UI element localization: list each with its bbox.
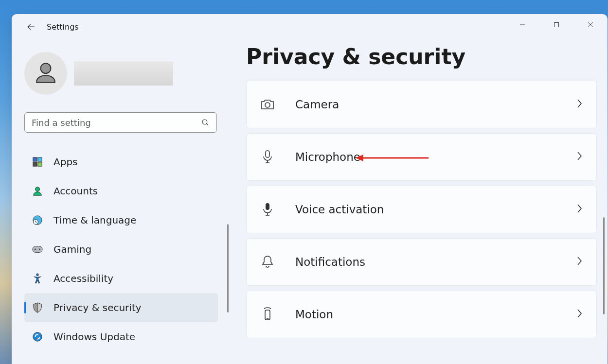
sidebar: Apps Accounts	[12, 39, 235, 364]
card-label: Notifications	[295, 256, 365, 268]
svg-rect-11	[33, 246, 42, 253]
apps-icon	[32, 156, 43, 167]
nav-list: Apps Accounts	[24, 147, 223, 351]
voice-mic-icon	[260, 202, 275, 217]
update-icon	[32, 331, 43, 342]
sidebar-item-time-language[interactable]: Time & language	[24, 206, 218, 235]
svg-rect-5	[38, 157, 42, 161]
svg-rect-17	[266, 151, 269, 157]
svg-point-8	[35, 187, 39, 191]
gamepad-icon	[32, 244, 43, 255]
sidebar-item-apps[interactable]: Apps	[24, 147, 218, 176]
motion-icon	[260, 307, 275, 322]
main-scrollbar[interactable]	[603, 217, 605, 314]
account-name-redacted	[74, 61, 173, 86]
search-icon	[201, 118, 210, 127]
card-label: Camera	[295, 98, 339, 111]
svg-point-13	[39, 249, 40, 250]
svg-point-12	[35, 249, 36, 250]
svg-rect-7	[38, 162, 42, 166]
sidebar-item-accounts[interactable]: Accounts	[24, 176, 218, 206]
shield-icon	[32, 302, 43, 313]
sidebar-item-label: Accounts	[54, 185, 98, 197]
sidebar-item-gaming[interactable]: Gaming	[24, 235, 218, 264]
chevron-right-icon	[576, 308, 583, 321]
sidebar-item-label: Privacy & security	[54, 302, 142, 313]
search-input[interactable]	[32, 118, 201, 128]
sidebar-item-label: Time & language	[54, 214, 136, 226]
avatar	[24, 52, 67, 95]
bell-icon	[260, 255, 275, 269]
card-microphone[interactable]: Microphone	[246, 133, 597, 181]
svg-rect-19	[266, 203, 269, 210]
figure-icon	[32, 273, 43, 284]
sidebar-item-label: Accessibility	[54, 273, 113, 284]
chevron-right-icon	[576, 98, 583, 111]
window-controls	[505, 14, 608, 39]
card-label: Voice activation	[295, 203, 384, 216]
titlebar: Settings	[12, 14, 608, 39]
person-icon	[34, 61, 58, 86]
minimize-icon	[519, 22, 525, 28]
card-motion[interactable]: Motion	[246, 291, 597, 338]
svg-point-16	[265, 103, 270, 107]
sidebar-item-label: Apps	[54, 156, 78, 168]
card-voice-activation[interactable]: Voice activation	[246, 186, 597, 233]
main-content: Privacy & security Camera	[235, 39, 608, 364]
card-notifications[interactable]: Notifications	[246, 238, 597, 286]
svg-point-15	[33, 332, 42, 341]
profile-row[interactable]	[24, 52, 223, 95]
svg-rect-4	[33, 157, 37, 161]
maximize-icon	[554, 22, 559, 28]
sidebar-item-label: Gaming	[54, 243, 91, 255]
minimize-button[interactable]	[505, 14, 539, 35]
chevron-right-icon	[576, 203, 583, 216]
svg-line-3	[206, 123, 208, 125]
svg-point-14	[36, 274, 39, 276]
card-label: Motion	[295, 308, 333, 321]
back-button[interactable]	[25, 21, 37, 33]
svg-rect-6	[33, 162, 37, 166]
sidebar-item-label: Windows Update	[54, 331, 135, 343]
chevron-right-icon	[576, 256, 583, 268]
card-camera[interactable]: Camera	[246, 81, 597, 128]
close-icon	[588, 22, 593, 28]
maximize-button[interactable]	[539, 14, 573, 35]
sidebar-item-windows-update[interactable]: Windows Update	[24, 322, 218, 351]
person-icon	[32, 186, 43, 196]
app-title: Settings	[47, 22, 79, 32]
arrow-left-icon	[26, 22, 36, 32]
search-box[interactable]	[24, 112, 217, 133]
sidebar-item-privacy-security[interactable]: Privacy & security	[24, 293, 218, 322]
sidebar-scrollbar[interactable]	[227, 224, 229, 312]
card-label: Microphone	[295, 151, 360, 163]
sidebar-item-accessibility[interactable]: Accessibility	[24, 264, 218, 293]
close-button[interactable]	[573, 14, 608, 35]
globe-icon	[32, 215, 43, 225]
svg-point-2	[202, 120, 207, 124]
svg-rect-1	[554, 23, 559, 27]
microphone-icon	[260, 150, 275, 164]
annotation-arrow	[356, 153, 429, 163]
settings-window: Settings	[12, 14, 608, 364]
chevron-right-icon	[576, 151, 583, 163]
page-title: Privacy & security	[235, 44, 608, 69]
settings-card-list: Camera Microphone	[235, 81, 608, 338]
camera-icon	[260, 97, 275, 112]
